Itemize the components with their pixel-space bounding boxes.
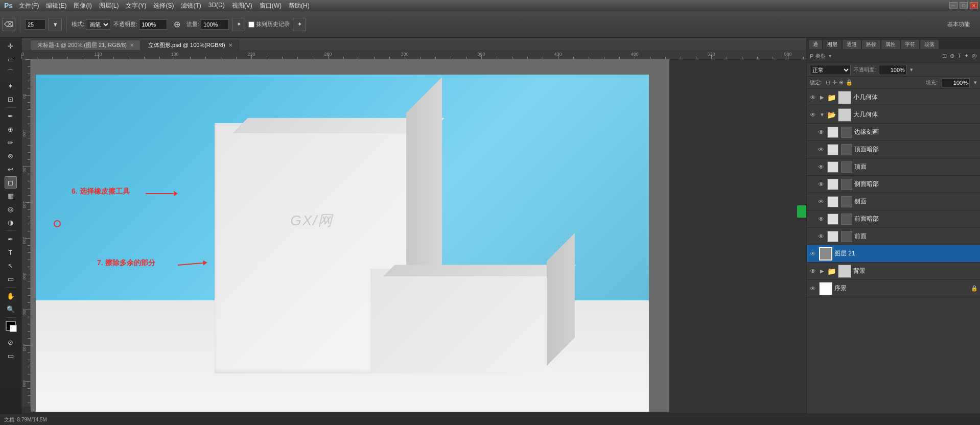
selection-tool[interactable]: ▭ (5, 53, 17, 65)
rp-tab-channels[interactable]: 通道 (843, 40, 861, 49)
layer-vis-scenery[interactable]: 👁 (809, 285, 817, 293)
menu-layer[interactable]: 图层(L) (99, 2, 119, 10)
tab-untitled-close[interactable]: ✕ (130, 42, 134, 48)
fill-arrow[interactable]: ▾ (974, 79, 977, 86)
layer-row-layer21[interactable]: 👁 图层 21 (807, 245, 980, 263)
screen-mode-tool[interactable]: ▭ (5, 349, 17, 362)
rp-tab-character[interactable]: 字符 (901, 40, 919, 49)
zoom-tool[interactable]: 🔍 (5, 303, 17, 315)
rp-tab-paragraph[interactable]: 段落 (920, 40, 939, 49)
history-check[interactable] (248, 21, 254, 28)
layer-type-dropdown[interactable]: ▾ (829, 53, 831, 59)
layer-expand-small-geo[interactable]: ▶ (819, 93, 825, 102)
fill-value[interactable] (942, 78, 970, 87)
minimize-button[interactable]: ─ (949, 2, 958, 9)
filter-adj-icon[interactable]: ⊕ (950, 53, 954, 59)
layer-vis-edge[interactable]: 👁 (817, 128, 825, 136)
close-button[interactable]: ✕ (970, 2, 978, 9)
quick-mask-tool[interactable]: ⊘ (5, 336, 17, 348)
history-brush-tool[interactable]: ↩ (5, 163, 17, 175)
gradient-tool[interactable]: ▦ (5, 190, 17, 202)
quick-select-tool[interactable]: ✦ (5, 80, 17, 92)
opacity-input[interactable] (139, 19, 167, 30)
layer-row-bg[interactable]: 👁 ▶ 📁 背景 (807, 263, 980, 280)
healing-tool[interactable]: ⊕ (5, 123, 17, 135)
layer-row-top[interactable]: 👁 顶面 (807, 158, 980, 176)
rp-tab-layers[interactable]: 图层 (823, 40, 842, 49)
menu-help[interactable]: 帮助(H) (289, 2, 310, 10)
filter-pixel-icon[interactable]: ⊡ (942, 53, 947, 59)
eyedropper-tool[interactable]: ✒ (5, 110, 17, 122)
menu-3d[interactable]: 3D(D) (208, 2, 225, 10)
airbrush-icon[interactable]: ✦ (232, 18, 245, 31)
layer-vis-big-geo[interactable]: 👁 (809, 111, 817, 119)
lock-position-icon[interactable]: ✛ (832, 79, 837, 86)
layer-vis-bg[interactable]: 👁 (809, 267, 817, 275)
brush-tool[interactable]: ✏ (5, 136, 17, 149)
background-color[interactable] (10, 325, 17, 332)
layer-row-side-dark[interactable]: 👁 侧面暗部 (807, 176, 980, 193)
foreground-color[interactable] (6, 321, 16, 331)
flow-input[interactable] (201, 19, 229, 30)
opacity-arrow[interactable]: ▾ (910, 66, 913, 73)
blend-mode-select[interactable]: 正常 溶解 正片叠底 (810, 65, 851, 75)
hand-tool[interactable]: ✋ (5, 290, 17, 302)
lock-pixels-icon[interactable]: ⊡ (826, 79, 830, 86)
blur-tool[interactable]: ◎ (5, 203, 17, 215)
menu-filter[interactable]: 滤镜(T) (181, 2, 201, 10)
menu-window[interactable]: 窗口(W) (260, 2, 282, 10)
rp-tab-paths[interactable]: 路径 (862, 40, 880, 49)
layer-row-front[interactable]: 👁 前面 (807, 228, 980, 245)
tab-untitled[interactable]: 未标题-1 @ 200% (图层 21, RGB/8) ✕ (31, 40, 141, 50)
path-select-tool[interactable]: ↖ (5, 259, 17, 272)
menu-view[interactable]: 视图(V) (232, 2, 252, 10)
type-tool[interactable]: T (5, 246, 17, 258)
layer-vis-front-dark[interactable]: 👁 (817, 215, 825, 223)
menu-type[interactable]: 文字(Y) (126, 2, 146, 10)
layer-row-top-dark[interactable]: 👁 顶面暗部 (807, 141, 980, 158)
filter-smart-icon[interactable]: ◎ (972, 53, 977, 59)
rp-tab-properties[interactable]: 属性 (881, 40, 900, 49)
menu-file[interactable]: 文件(F) (19, 2, 39, 10)
maximize-button[interactable]: □ (960, 2, 968, 9)
lock-all-icon[interactable]: 🔒 (846, 79, 853, 86)
menu-image[interactable]: 图像(I) (74, 2, 91, 10)
layer-vis-small-geo[interactable]: 👁 (809, 93, 817, 102)
size-input[interactable] (25, 19, 45, 30)
menu-bar[interactable]: 文件(F) 编辑(E) 图像(I) 图层(L) 文字(Y) 选择(S) 滤镜(T… (19, 2, 310, 10)
shape-tool[interactable]: ▭ (5, 273, 17, 285)
layer-expand-bg[interactable]: ▶ (819, 267, 825, 275)
window-controls[interactable]: ─ □ ✕ (949, 2, 978, 9)
layer-vis-side-dark[interactable]: 👁 (817, 180, 825, 188)
layer-vis-side[interactable]: 👁 (817, 198, 825, 206)
lasso-tool[interactable]: ⌒ (5, 66, 17, 79)
lock-artboard-icon[interactable]: ⊕ (839, 79, 844, 86)
opacity-value-layers[interactable] (879, 65, 907, 75)
dodge-tool[interactable]: ◑ (5, 216, 17, 228)
layer-row-big-geo[interactable]: 👁 ▼ 📂 大几何体 (807, 106, 980, 124)
layer-row-edge[interactable]: 👁 边缘刻画 (807, 124, 980, 141)
rp-tab-general[interactable]: 通 (809, 40, 822, 49)
layer-vis-top[interactable]: 👁 (817, 163, 825, 171)
layer-row-small-geo[interactable]: 👁 ▶ 📁 小几何体 (807, 89, 980, 106)
crop-tool[interactable]: ⊡ (5, 93, 17, 105)
brush-picker-icon[interactable]: ▾ (49, 18, 62, 31)
pen-tool[interactable]: ✒ (5, 233, 17, 245)
mode-select[interactable]: 画笔 铅笔 块 (86, 19, 110, 30)
eraser-tool-icon[interactable]: ⌫ (2, 18, 15, 31)
layer-expand-big-geo[interactable]: ▼ (819, 111, 825, 119)
layer-row-scenery[interactable]: 👁 序景 🔒 (807, 280, 980, 297)
layer-row-side[interactable]: 👁 侧面 (807, 193, 980, 210)
opacity-toggle-icon[interactable]: ⊕ (170, 18, 183, 31)
layer-vis-layer21[interactable]: 👁 (809, 250, 817, 258)
tab-solid-shapes-close[interactable]: ✕ (228, 42, 232, 48)
menu-select[interactable]: 选择(S) (153, 2, 174, 10)
right-panel-tabs[interactable]: 通 图层 通道 路径 属性 字符 段落 (807, 38, 980, 49)
tab-solid-shapes[interactable]: 立体图形.psd @ 100%(RGB/8) ✕ (142, 40, 239, 50)
clone-tool[interactable]: ⊗ (5, 150, 17, 162)
erase-all-icon[interactable]: ✦ (293, 18, 306, 31)
menu-edit[interactable]: 编辑(E) (46, 2, 66, 10)
layer-row-front-dark[interactable]: 👁 前面暗部 (807, 210, 980, 228)
filter-type-icon[interactable]: T (958, 53, 961, 59)
history-checkbox[interactable]: 抹到历史记录 (248, 20, 290, 28)
